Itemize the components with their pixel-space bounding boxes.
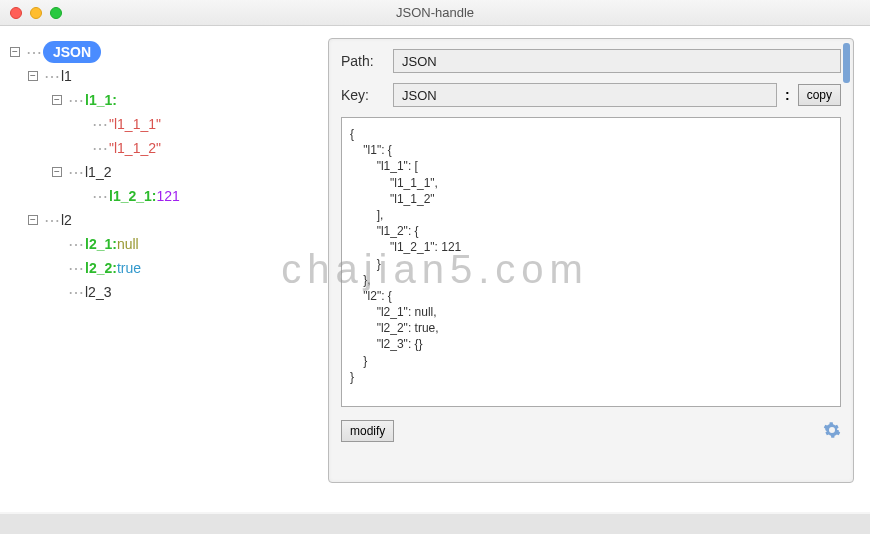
bottom-row: modify (341, 420, 841, 442)
json-textarea[interactable] (341, 117, 841, 407)
tree-value: 121 (157, 188, 180, 204)
collapse-icon[interactable]: − (10, 47, 20, 57)
tree-key: l1 (61, 68, 72, 84)
tree-node-l2-2[interactable]: ⋯ l2_2 : true (10, 256, 310, 280)
root-badge[interactable]: JSON (43, 41, 101, 63)
gear-icon[interactable] (823, 421, 841, 442)
tree-value: true (117, 260, 141, 276)
tree-key: l2 (61, 212, 72, 228)
right-panel: Path: Key: : copy modify (320, 26, 870, 512)
window-title: JSON-handle (10, 5, 860, 20)
collapse-icon[interactable]: − (28, 215, 38, 225)
tree-key: l1_1 (85, 92, 112, 108)
tree-panel: − ⋯ JSON − ⋯ l1 − ⋯ l1_1 : ⋯ "l1_1_1" ⋯ (0, 26, 320, 512)
collapse-icon[interactable]: − (28, 71, 38, 81)
tree-key: l2_1 (85, 236, 112, 252)
traffic-lights (10, 7, 62, 19)
modify-button[interactable]: modify (341, 420, 394, 442)
copy-button[interactable]: copy (798, 84, 841, 106)
tree-node-l2-1[interactable]: ⋯ l2_1 : null (10, 232, 310, 256)
collapse-icon[interactable]: − (52, 167, 62, 177)
key-row: Key: : copy (341, 83, 841, 107)
tree-node-l1-2[interactable]: − ⋯ l1_2 (10, 160, 310, 184)
tree-key: l1_2 (85, 164, 111, 180)
tree-key: l1_2_1 (109, 188, 152, 204)
tree-value: null (117, 236, 139, 252)
tree-node-l2-3[interactable]: ⋯ l2_3 (10, 280, 310, 304)
content: − ⋯ JSON − ⋯ l1 − ⋯ l1_1 : ⋯ "l1_1_1" ⋯ (0, 26, 870, 512)
path-input[interactable] (393, 49, 841, 73)
footer-bar (0, 514, 870, 534)
colon-label: : (785, 87, 790, 103)
tree-node-l2[interactable]: − ⋯ l2 (10, 208, 310, 232)
maximize-icon[interactable] (50, 7, 62, 19)
path-row: Path: (341, 49, 841, 73)
tree-value: "l1_1_1" (109, 116, 161, 132)
app-window: JSON-handle − ⋯ JSON − ⋯ l1 − ⋯ l1_1 : ⋯ (0, 0, 870, 512)
key-label: Key: (341, 87, 385, 103)
tree-node-root[interactable]: − ⋯ JSON (10, 40, 310, 64)
tree-value: "l1_1_2" (109, 140, 161, 156)
key-input[interactable] (393, 83, 777, 107)
path-label: Path: (341, 53, 385, 69)
tree-key: l2_3 (85, 284, 111, 300)
tree-node-l1-1-1[interactable]: ⋯ "l1_1_1" (10, 112, 310, 136)
tree-node-l1-1-2[interactable]: ⋯ "l1_1_2" (10, 136, 310, 160)
minimize-icon[interactable] (30, 7, 42, 19)
collapse-icon[interactable]: − (52, 95, 62, 105)
scrollbar[interactable] (843, 43, 850, 83)
tree-node-l1[interactable]: − ⋯ l1 (10, 64, 310, 88)
tree-key: l2_2 (85, 260, 112, 276)
titlebar: JSON-handle (0, 0, 870, 26)
tree-node-l1-1[interactable]: − ⋯ l1_1 : (10, 88, 310, 112)
detail-box: Path: Key: : copy modify (328, 38, 854, 483)
tree-node-l1-2-1[interactable]: ⋯ l1_2_1 : 121 (10, 184, 310, 208)
close-icon[interactable] (10, 7, 22, 19)
